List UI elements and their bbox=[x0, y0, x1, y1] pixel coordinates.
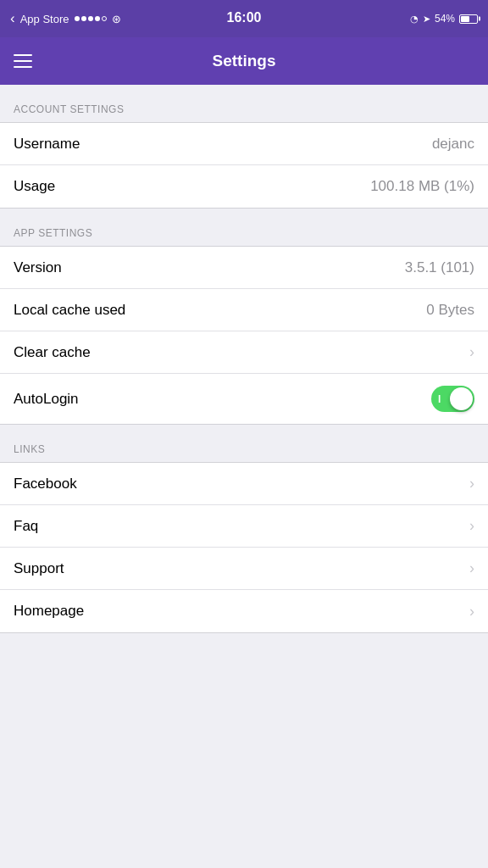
section-header-account: ACCOUNT SETTINGS bbox=[0, 85, 488, 122]
battery-percent: 54% bbox=[435, 13, 455, 25]
row-faq[interactable]: Faq › bbox=[0, 505, 488, 548]
support-chevron-icon: › bbox=[469, 559, 474, 577]
battery-icon bbox=[459, 14, 478, 24]
row-clear-cache[interactable]: Clear cache › bbox=[0, 331, 488, 374]
version-value: 3.5.1 (101) bbox=[405, 259, 474, 276]
signal-dot-1 bbox=[75, 16, 80, 21]
local-cache-label: Local cache used bbox=[14, 302, 125, 319]
row-support[interactable]: Support › bbox=[0, 548, 488, 590]
signal-dot-3 bbox=[88, 16, 93, 21]
clear-cache-label: Clear cache bbox=[14, 344, 91, 361]
signal-dot-5 bbox=[102, 16, 107, 21]
section-header-links: LINKS bbox=[0, 425, 488, 462]
hamburger-line-2 bbox=[14, 60, 32, 62]
section-header-app: APP SETTINGS bbox=[0, 209, 488, 246]
facebook-label: Facebook bbox=[14, 476, 77, 492]
carrier-label: App Store bbox=[20, 13, 69, 25]
row-autologin: AutoLogin I bbox=[0, 374, 488, 424]
row-usage: Usage 100.18 MB (1%) bbox=[0, 165, 488, 208]
lock-icon: ◔ bbox=[410, 14, 419, 25]
autologin-toggle[interactable]: I bbox=[431, 386, 474, 412]
battery-fill bbox=[461, 16, 469, 22]
status-left: ‹ App Store ⊛ bbox=[10, 10, 121, 27]
signal-strength bbox=[75, 16, 107, 21]
clear-cache-chevron-icon: › bbox=[469, 343, 474, 361]
row-homepage[interactable]: Homepage › bbox=[0, 590, 488, 632]
local-cache-value: 0 Bytes bbox=[426, 302, 474, 319]
homepage-label: Homepage bbox=[14, 603, 84, 620]
section-body-app: Version 3.5.1 (101) Local cache used 0 B… bbox=[0, 246, 488, 425]
status-time: 16:00 bbox=[227, 10, 262, 25]
hamburger-line-3 bbox=[14, 66, 32, 68]
page-title: Settings bbox=[213, 52, 276, 70]
content-area: ACCOUNT SETTINGS Username dejanc Usage 1… bbox=[0, 85, 488, 633]
toggle-on-text: I bbox=[438, 393, 441, 405]
faq-label: Faq bbox=[14, 518, 38, 535]
signal-dot-2 bbox=[81, 16, 86, 21]
row-local-cache: Local cache used 0 Bytes bbox=[0, 289, 488, 331]
support-label: Support bbox=[14, 560, 64, 577]
location-icon: ➤ bbox=[423, 14, 430, 25]
autologin-label: AutoLogin bbox=[14, 391, 79, 408]
back-chevron-icon: ‹ bbox=[10, 10, 15, 27]
status-right: ◔ ➤ 54% bbox=[410, 13, 478, 25]
status-bar: ‹ App Store ⊛ 16:00 ◔ ➤ 54% bbox=[0, 0, 488, 37]
usage-value: 100.18 MB (1%) bbox=[370, 178, 474, 195]
hamburger-line-1 bbox=[14, 54, 32, 56]
username-label: Username bbox=[14, 136, 80, 153]
section-body-account: Username dejanc Usage 100.18 MB (1%) bbox=[0, 122, 488, 209]
homepage-chevron-icon: › bbox=[469, 603, 474, 620]
row-version: Version 3.5.1 (101) bbox=[0, 247, 488, 289]
usage-label: Usage bbox=[14, 178, 55, 195]
username-value: dejanc bbox=[432, 136, 474, 153]
version-label: Version bbox=[14, 259, 62, 276]
faq-chevron-icon: › bbox=[469, 517, 474, 535]
toggle-knob bbox=[450, 387, 473, 410]
section-body-links: Facebook › Faq › Support › Homepage › bbox=[0, 462, 488, 633]
facebook-chevron-icon: › bbox=[469, 475, 474, 492]
row-username: Username dejanc bbox=[0, 123, 488, 165]
signal-dot-4 bbox=[95, 16, 100, 21]
row-facebook[interactable]: Facebook › bbox=[0, 463, 488, 505]
wifi-icon: ⊛ bbox=[112, 13, 121, 25]
app-header: Settings bbox=[0, 37, 488, 85]
menu-button[interactable] bbox=[14, 54, 32, 68]
